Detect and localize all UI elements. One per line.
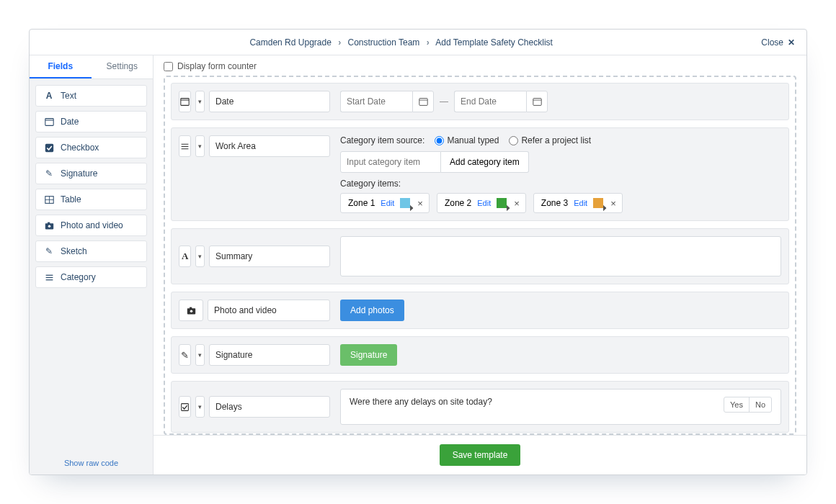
checkbox-icon	[43, 143, 55, 153]
field-name-input[interactable]	[209, 396, 330, 418]
row-type-dropdown[interactable]: ▾	[195, 135, 205, 157]
category-chip: Zone 3 Edit ×	[533, 193, 623, 213]
chip-color-swatch[interactable]	[497, 198, 507, 208]
calendar-icon[interactable]	[412, 91, 434, 112]
row-work-area[interactable]: ▾ Category item source: Manual typed Ref…	[171, 127, 789, 221]
source-manual-radio[interactable]: Manual typed	[435, 135, 499, 145]
field-name-input[interactable]	[209, 246, 330, 267]
chip-edit-link[interactable]: Edit	[574, 199, 587, 207]
field-button-date[interactable]: Date	[35, 111, 147, 132]
category-source-label: Category item source:	[340, 135, 424, 145]
svg-rect-14	[419, 98, 427, 105]
chip-color-swatch[interactable]	[593, 198, 603, 208]
source-refer-radio[interactable]: Refer a project list	[509, 135, 591, 145]
camera-icon	[43, 221, 55, 230]
row-type-dropdown[interactable]: ▾	[195, 91, 205, 112]
show-raw-code-link[interactable]: Show raw code	[30, 451, 153, 474]
list-icon	[43, 273, 55, 282]
question-box: Were there any delays on site today? Yes…	[340, 389, 781, 425]
row-type-dropdown[interactable]: ▾	[195, 246, 205, 267]
field-name-input[interactable]	[209, 344, 330, 366]
close-button[interactable]: Close✕	[761, 37, 795, 48]
chip-color-swatch[interactable]	[400, 198, 410, 208]
breadcrumb-item[interactable]: Add Template Safety Checklist	[435, 37, 553, 48]
row-photo[interactable]: Add photos	[171, 292, 789, 329]
chevron-right-icon: ›	[427, 37, 430, 48]
category-chip: Zone 2 Edit ×	[437, 193, 526, 213]
field-buttons: AText Date Checkbox ✎Signature Table Pho…	[30, 79, 153, 298]
svg-rect-23	[190, 307, 192, 308]
field-button-photo[interactable]: Photo and video	[35, 215, 147, 236]
sidebar: Fields Settings AText Date Checkbox ✎Sig…	[30, 55, 154, 474]
yes-option[interactable]: Yes	[724, 397, 749, 412]
svg-rect-12	[181, 98, 189, 105]
svg-rect-2	[45, 143, 53, 151]
chevron-right-icon: ›	[338, 37, 341, 48]
calendar-icon[interactable]	[526, 91, 548, 112]
row-type-dropdown[interactable]: ▾	[195, 396, 205, 418]
list-icon	[179, 135, 191, 157]
field-button-checkbox[interactable]: Checkbox	[35, 137, 147, 158]
chip-remove-icon[interactable]: ×	[609, 198, 618, 209]
table-icon	[43, 195, 55, 204]
footer: Save template	[154, 435, 806, 474]
category-item-input[interactable]	[340, 151, 441, 173]
main: Display form counter ▾ —	[154, 55, 806, 474]
camera-icon	[179, 300, 203, 321]
app-frame: Camden Rd Upgrade › Construction Team › …	[29, 29, 807, 475]
field-button-category[interactable]: Category	[35, 266, 147, 288]
row-date[interactable]: ▾ —	[171, 83, 789, 120]
chip-label: Zone 1	[348, 198, 375, 208]
sidebar-tabs: Fields Settings	[30, 55, 153, 79]
row-delays[interactable]: ▾ Were there any delays on site today? Y…	[171, 381, 789, 433]
tab-fields[interactable]: Fields	[30, 55, 92, 78]
display-counter-checkbox[interactable]	[164, 62, 173, 71]
topbar: Camden Rd Upgrade › Construction Team › …	[30, 30, 806, 55]
field-name-input[interactable]	[209, 135, 330, 157]
svg-rect-0	[45, 118, 53, 125]
breadcrumb-item[interactable]: Camden Rd Upgrade	[249, 37, 331, 48]
chip-edit-link[interactable]: Edit	[477, 199, 491, 207]
row-summary[interactable]: A ▾	[171, 228, 789, 284]
pencil-icon: ✎	[179, 344, 191, 366]
no-option[interactable]: No	[749, 397, 771, 412]
form-canvas: ▾ — ▾	[164, 76, 796, 435]
field-button-sketch[interactable]: ✎Sketch	[35, 240, 147, 262]
add-category-item-button[interactable]: Add category item	[441, 151, 529, 173]
pencil-icon: ✎	[43, 246, 55, 256]
svg-point-7	[48, 225, 50, 228]
field-name-input[interactable]	[208, 300, 330, 321]
save-template-button[interactable]: Save template	[440, 444, 521, 466]
row-signature[interactable]: ✎ ▾ Signature	[171, 336, 789, 374]
category-items: Zone 1 Edit × Zone 2 Edit ×	[340, 193, 781, 213]
summary-textarea[interactable]	[340, 236, 781, 276]
signature-button[interactable]: Signature	[340, 344, 397, 366]
add-photos-button[interactable]: Add photos	[340, 300, 404, 321]
display-counter-label: Display form counter	[177, 61, 257, 71]
row-type-dropdown[interactable]: ▾	[195, 344, 205, 366]
checkbox-icon	[179, 396, 191, 418]
question-text: Were there any delays on site today?	[350, 397, 724, 407]
start-date-input[interactable]	[340, 91, 412, 112]
field-name-input[interactable]	[209, 91, 330, 112]
field-button-table[interactable]: Table	[35, 189, 147, 210]
chip-edit-link[interactable]: Edit	[381, 199, 394, 207]
breadcrumb: Camden Rd Upgrade › Construction Team › …	[41, 37, 761, 48]
chip-remove-icon[interactable]: ×	[416, 198, 424, 209]
end-date-input[interactable]	[454, 91, 526, 112]
svg-rect-8	[48, 222, 50, 223]
chip-remove-icon[interactable]: ×	[512, 198, 521, 209]
yes-no-toggle[interactable]: Yes No	[724, 397, 772, 413]
chip-label: Zone 3	[541, 198, 568, 208]
category-chip: Zone 1 Edit ×	[340, 193, 430, 213]
date-range: —	[340, 91, 781, 112]
breadcrumb-item[interactable]: Construction Team	[348, 37, 420, 48]
category-source-row: Category item source: Manual typed Refer…	[340, 135, 781, 145]
range-dash: —	[440, 96, 448, 107]
field-button-signature[interactable]: ✎Signature	[35, 163, 147, 184]
field-button-text[interactable]: AText	[35, 85, 147, 107]
tab-settings[interactable]: Settings	[92, 55, 154, 78]
text-icon: A	[43, 91, 55, 101]
svg-point-22	[190, 310, 192, 312]
chip-label: Zone 2	[445, 198, 471, 208]
